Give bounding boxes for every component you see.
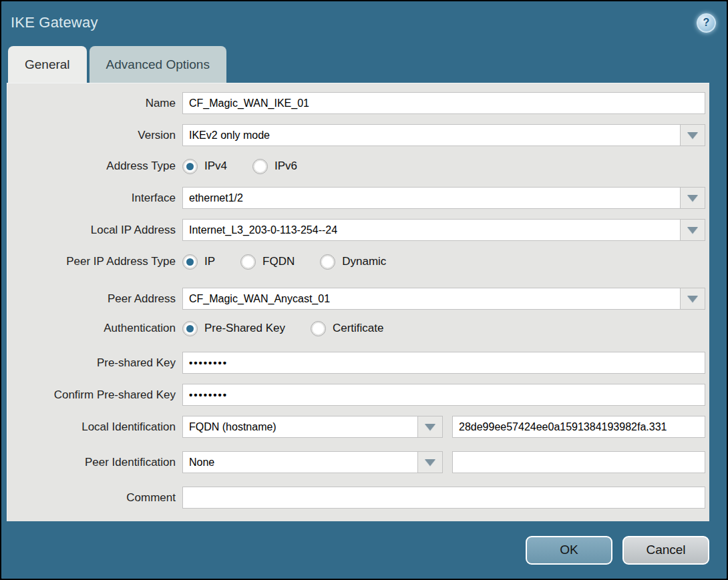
local-ip-label: Local IP Address [7, 224, 182, 237]
peer-type-ip-radio[interactable] [182, 254, 198, 270]
chevron-down-icon [687, 195, 698, 202]
pre-shared-key-label: Pre-shared Key [7, 356, 182, 370]
chevron-down-icon [687, 296, 698, 302]
auth-psk-radio[interactable] [182, 321, 198, 336]
local-identification-value-input[interactable] [452, 416, 705, 438]
version-input[interactable] [182, 124, 681, 146]
radio-dot [186, 325, 194, 332]
local-identification-type-input[interactable] [182, 416, 418, 438]
local-identification-row: Local Identification [7, 416, 705, 438]
peer-identification-value-input[interactable] [452, 451, 705, 473]
peer-type-dynamic-radio[interactable] [320, 254, 335, 270]
peer-type-fqdn-label: FQDN [262, 255, 295, 268]
local-identification-dropdown-button[interactable] [417, 416, 443, 438]
peer-ip-type-row: Peer IP Address Type IP FQDN Dynamic [7, 253, 705, 270]
confirm-pre-shared-key-label: Confirm Pre-shared Key [7, 388, 182, 402]
version-dropdown-button[interactable] [680, 124, 705, 146]
comment-row: Comment [7, 487, 705, 509]
ike-gateway-dialog: IKE Gateway ? General Advanced Options N… [0, 0, 728, 580]
name-label: Name [7, 97, 182, 110]
peer-identification-dropdown-button[interactable] [417, 451, 443, 473]
tab-advanced-options[interactable]: Advanced Options [89, 46, 226, 83]
ipv4-radio[interactable] [182, 159, 198, 174]
interface-dropdown-button[interactable] [680, 187, 705, 209]
comment-label: Comment [7, 491, 182, 505]
peer-type-dynamic-label: Dynamic [342, 255, 386, 268]
ipv4-label: IPv4 [204, 160, 227, 173]
peer-identification-row: Peer Identification [7, 451, 705, 473]
comment-input[interactable] [182, 487, 705, 509]
name-input[interactable] [182, 92, 705, 114]
version-label: Version [7, 129, 182, 142]
auth-certificate-radio[interactable] [311, 321, 326, 336]
peer-identification-label: Peer Identification [7, 456, 182, 469]
ok-button[interactable]: OK [526, 536, 612, 565]
peer-type-option-dynamic: Dynamic [320, 254, 386, 270]
help-icon[interactable]: ? [697, 13, 716, 33]
peer-type-option-fqdn: FQDN [240, 254, 295, 270]
auth-psk-label: Pre-Shared Key [204, 322, 285, 335]
interface-input[interactable] [182, 187, 681, 209]
address-type-option-ipv6: IPv6 [252, 159, 297, 174]
cancel-button[interactable]: Cancel [622, 536, 709, 565]
peer-address-input[interactable] [182, 288, 681, 310]
local-ip-input[interactable] [182, 219, 681, 241]
local-ip-row: Local IP Address [7, 219, 705, 241]
ipv6-radio[interactable] [252, 159, 268, 174]
dialog-title: IKE Gateway [11, 14, 98, 31]
radio-dot [186, 163, 194, 170]
address-type-option-ipv4: IPv4 [182, 159, 227, 174]
chevron-down-icon [425, 459, 435, 466]
peer-address-label: Peer Address [7, 292, 182, 306]
authentication-row: Authentication Pre-Shared Key Certificat… [7, 320, 705, 337]
peer-type-ip-label: IP [204, 255, 215, 268]
peer-address-dropdown-button[interactable] [680, 288, 705, 310]
tab-general[interactable]: General [8, 46, 87, 83]
version-row: Version [7, 124, 705, 146]
pre-shared-key-input[interactable] [182, 352, 705, 374]
auth-option-certificate: Certificate [311, 321, 384, 336]
address-type-row: Address Type IPv4 IPv6 [7, 158, 705, 175]
peer-address-row: Peer Address [7, 288, 705, 310]
interface-row: Interface [7, 187, 705, 209]
chevron-down-icon [425, 424, 435, 430]
address-type-label: Address Type [7, 160, 182, 173]
peer-identification-type-input[interactable] [182, 451, 418, 473]
dialog-footer: OK Cancel [7, 521, 709, 579]
ipv6-label: IPv6 [275, 160, 297, 173]
confirm-pre-shared-key-input[interactable] [182, 384, 705, 406]
titlebar: IKE Gateway ? [1, 1, 727, 44]
local-identification-label: Local Identification [7, 420, 182, 434]
chevron-down-icon [687, 227, 698, 234]
auth-option-psk: Pre-Shared Key [182, 321, 285, 336]
peer-type-option-ip: IP [182, 254, 215, 270]
pre-shared-key-row: Pre-shared Key [7, 352, 705, 374]
general-tab-panel: Name Version Address Type IPv4 [7, 83, 709, 521]
local-ip-dropdown-button[interactable] [680, 219, 705, 241]
radio-dot [186, 258, 194, 266]
interface-label: Interface [7, 192, 182, 205]
chevron-down-icon [687, 132, 698, 139]
peer-type-fqdn-radio[interactable] [240, 254, 256, 270]
authentication-label: Authentication [7, 322, 182, 335]
auth-certificate-label: Certificate [333, 322, 384, 335]
tab-bar: General Advanced Options [1, 44, 727, 83]
name-row: Name [7, 92, 705, 114]
peer-ip-type-label: Peer IP Address Type [7, 255, 182, 268]
confirm-pre-shared-key-row: Confirm Pre-shared Key [7, 384, 705, 406]
